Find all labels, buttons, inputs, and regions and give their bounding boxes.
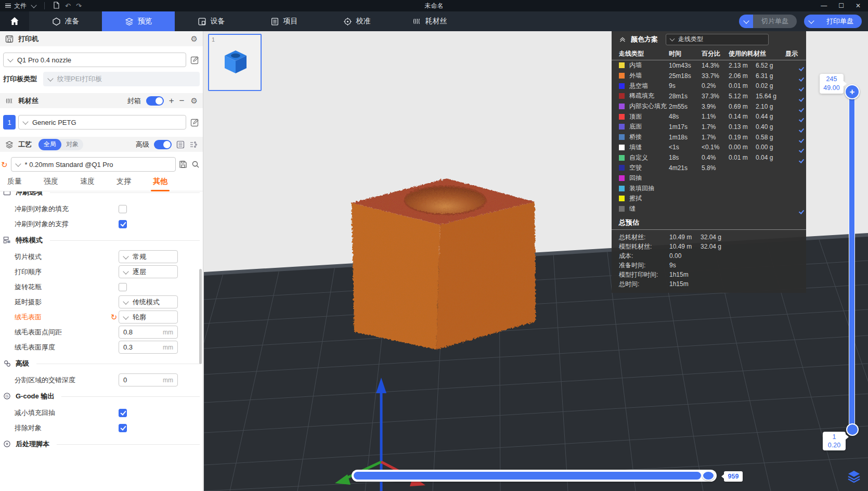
setting-row: 打印顺序逐层 <box>0 264 203 279</box>
layer-slider-track[interactable] <box>849 88 855 432</box>
move-slider-handle[interactable] <box>702 471 715 481</box>
document-title: 未命名 <box>0 2 868 10</box>
process-section-header: 工艺 全局 对象 高级 <box>0 137 203 152</box>
scope-toggle[interactable]: 全局 对象 <box>38 139 83 150</box>
layout-columns-icon[interactable] <box>189 140 198 149</box>
sidebar-scrollbar[interactable] <box>199 269 202 364</box>
tab-设备[interactable]: 设备 <box>175 11 248 31</box>
settings-tab-支撑[interactable]: 支撑 <box>116 177 131 191</box>
select-切片模式[interactable]: 常规 <box>119 250 178 263</box>
settings-groups: 冲刷选项冲刷到对象的填充冲刷到对象的支撑特殊模式切片模式常规打印顺序逐层旋转花瓶… <box>0 191 203 453</box>
print-plate-label: 打印单盘 <box>818 15 862 28</box>
legend-row-底面: 底面1m17s1.7%0.13 m0.40 g <box>612 122 806 132</box>
input-分割区域的交错深度[interactable]: 0mm <box>119 373 178 386</box>
line-type-swatch <box>619 124 625 130</box>
remove-filament-button[interactable]: − <box>179 96 185 105</box>
layers-view-icon[interactable] <box>847 469 861 483</box>
settings-tab-其他[interactable]: 其他 <box>153 177 167 191</box>
advanced-toggle[interactable] <box>154 140 172 149</box>
printer-preset-dropdown[interactable]: Q1 Pro 0.4 nozzle <box>3 53 186 67</box>
maximize-button[interactable]: ☐ <box>838 3 844 9</box>
checkbox-冲刷到对象的支撑[interactable] <box>119 220 127 228</box>
scope-global[interactable]: 全局 <box>38 139 61 150</box>
save-preset-icon[interactable] <box>179 160 187 169</box>
process-preset-value: * 0.20mm Standard @Q1 Pro <box>25 161 113 169</box>
input-绒毛表面点间距[interactable]: 0.8mm <box>119 326 178 339</box>
ams-box-toggle[interactable] <box>146 96 164 106</box>
tab-准备[interactable]: 准备 <box>29 11 102 31</box>
legend-row-悬空墙: 悬空墙9s0.2%0.01 m0.02 g <box>612 81 806 91</box>
file-menu[interactable]: 文件 <box>5 2 27 10</box>
checkbox-排除对象[interactable] <box>119 424 127 432</box>
line-type-swatch <box>619 155 625 161</box>
slice-plate-button[interactable]: 切片单盘 <box>739 15 797 28</box>
line-type-time: 9s <box>669 82 702 89</box>
minimize-button[interactable]: — <box>821 3 827 9</box>
view-type-value: 走线类型 <box>678 35 703 44</box>
setting-label: 切片模式 <box>15 252 109 262</box>
filament-edit-icon[interactable] <box>190 118 200 127</box>
settings-tab-强度[interactable]: 强度 <box>44 177 58 191</box>
reset-setting-icon[interactable]: ↻ <box>111 313 118 321</box>
settings-tab-质量[interactable]: 质量 <box>7 177 22 191</box>
close-button[interactable]: ✕ <box>856 3 861 9</box>
legend-row-顶面: 顶面48s1.1%0.14 m0.44 g <box>612 111 806 122</box>
scope-object[interactable]: 对象 <box>61 140 83 149</box>
checkbox-减小填充回抽[interactable] <box>119 409 127 417</box>
slice-dropdown-chevron-icon[interactable] <box>739 15 753 28</box>
select-打印顺序[interactable]: 逐层 <box>119 265 178 278</box>
model-cube[interactable] <box>352 178 536 350</box>
move-slider-track[interactable] <box>352 470 717 482</box>
line-type-weight: 15.64 g <box>756 93 785 100</box>
add-filament-button[interactable]: + <box>169 96 174 105</box>
collapse-panel-icon[interactable] <box>619 36 626 43</box>
parameter-list-icon[interactable] <box>176 140 185 149</box>
tab-项目[interactable]: 项目 <box>248 11 320 31</box>
line-type-swatch <box>619 114 625 120</box>
process-reset-icon[interactable]: ↻ <box>1 161 8 169</box>
tab-校准[interactable]: 校准 <box>320 11 393 31</box>
tab-预览[interactable]: 预览 <box>102 11 175 31</box>
legend-row-回抽: 回抽 <box>612 173 806 184</box>
layer-slider-top-handle[interactable]: + <box>845 84 860 99</box>
printer-settings-gear-icon[interactable]: ⚙ <box>191 35 198 43</box>
print-plate-button[interactable]: 打印单盘 <box>804 15 862 28</box>
new-file-icon[interactable] <box>53 2 60 10</box>
tab-耗材丝[interactable]: 耗材丝 <box>393 11 466 31</box>
settings-tab-速度[interactable]: 速度 <box>80 177 95 191</box>
checkbox-冲刷到对象的填充[interactable] <box>119 205 127 213</box>
checkbox-旋转花瓶[interactable] <box>119 283 127 291</box>
file-menu-chevron-icon[interactable] <box>31 2 36 8</box>
settings-panel[interactable]: 冲刷选项冲刷到对象的填充冲刷到对象的支撑特殊模式切片模式常规打印顺序逐层旋转花瓶… <box>0 191 203 481</box>
filament-slot-number[interactable]: 1 <box>3 115 16 130</box>
setting-label: 延时摄影 <box>15 298 109 307</box>
select-延时摄影[interactable]: 传统模式 <box>119 295 178 308</box>
plate-type-dropdown[interactable]: 纹理PEI打印板 <box>43 72 200 86</box>
line-type-weight: 0.02 g <box>756 82 785 89</box>
undo-icon[interactable]: ↶ <box>65 3 71 9</box>
filament-section-title: 耗材丝 <box>18 96 38 106</box>
select-绒毛表面[interactable]: 轮廓 <box>119 311 178 324</box>
line-type-length: 2.13 m <box>729 62 756 69</box>
line-type-length: 0.14 m <box>729 113 756 120</box>
printer-edit-icon[interactable] <box>190 55 200 64</box>
search-icon[interactable] <box>191 160 200 169</box>
filament-preset-dropdown[interactable]: Generic PETG <box>18 115 186 130</box>
line-type-swatch <box>619 145 625 150</box>
home-tab[interactable] <box>0 11 29 31</box>
setting-row: 旋转花瓶 <box>0 279 203 294</box>
col-time: 时间 <box>669 49 702 58</box>
redo-icon[interactable]: ↷ <box>76 3 82 9</box>
line-type-percent: 1.1% <box>702 113 729 120</box>
input-绒毛表面厚度[interactable]: 0.3mm <box>119 341 178 354</box>
view-type-dropdown[interactable]: 走线类型 <box>666 34 769 45</box>
process-preset-dropdown[interactable]: * 0.20mm Standard @Q1 Pro <box>11 157 176 172</box>
tab-label: 校准 <box>356 17 371 26</box>
move-slider-value: 959 <box>724 471 743 482</box>
plate-thumbnail[interactable]: 1 <box>208 34 262 91</box>
filament-settings-gear-icon[interactable]: ⚙ <box>191 97 198 105</box>
print-dropdown-chevron-icon[interactable] <box>804 15 818 28</box>
line-type-name: 桥接 <box>629 133 642 141</box>
total-row: 模型耗材丝:10.49 m32.04 g <box>612 242 806 251</box>
plate-model-icon <box>221 46 251 76</box>
